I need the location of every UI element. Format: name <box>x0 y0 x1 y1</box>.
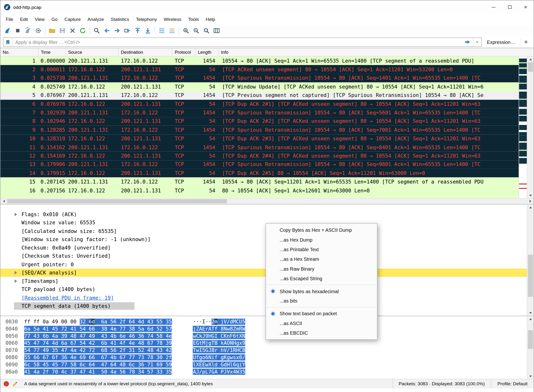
context-menu-item[interactable]: ...as EBCDIC <box>266 328 377 338</box>
close-file-icon[interactable] <box>68 26 77 35</box>
context-menu-item[interactable]: ...as Escaped String <box>266 274 377 283</box>
stop-capture-icon[interactable] <box>13 26 22 35</box>
hex-scroll-down-icon[interactable] <box>527 374 534 379</box>
detail-line[interactable]: Flags: 0x010 (ACK) <box>0 210 534 219</box>
menu-item-go[interactable]: Go <box>48 14 61 25</box>
packet-row[interactable]: 90.128285200.121.1.131172.16.0.122TCP145… <box>0 126 519 134</box>
apply-filter-arrow-icon[interactable] <box>462 38 473 46</box>
context-menu-item[interactable]: ...as ASCII <box>266 319 377 328</box>
hex-row[interactable]: 00906c 58 45 45 77 58 6c 64 47 64 48 6c … <box>0 361 534 368</box>
packet-list-hscrollbar[interactable] <box>0 198 534 204</box>
context-menu-item[interactable]: ...as a Hex Stream <box>266 254 377 264</box>
context-menu-item[interactable]: Show bytes as hexadecimal <box>266 286 377 296</box>
profile-label[interactable]: Profile: Default <box>491 379 534 388</box>
packet-row[interactable]: 160.207156172.16.0.122200.121.1.131TCP54… <box>0 186 519 195</box>
scroll-up-arrow-icon[interactable] <box>527 57 534 62</box>
menu-item-help[interactable]: Help <box>202 14 219 25</box>
capture-comment-pencil-icon[interactable] <box>12 381 18 387</box>
vscroll-thumb[interactable] <box>528 62 533 72</box>
column-header-no[interactable]: No. <box>0 48 38 56</box>
menu-item-wireless[interactable]: Wireless <box>160 14 185 25</box>
menu-item-tools[interactable]: Tools <box>185 14 202 25</box>
packet-row[interactable]: 80.102946172.16.0.122200.121.1.131TCP54[… <box>0 117 519 126</box>
go-back-icon[interactable] <box>102 26 111 35</box>
column-header-time[interactable]: Time <box>38 48 66 56</box>
open-file-icon[interactable] <box>48 26 57 35</box>
packet-row[interactable]: 120.154169172.16.0.122200.121.1.131TCP54… <box>0 152 519 160</box>
context-menu-item[interactable]: ...as Hex Dump <box>266 235 377 245</box>
packet-row-partial[interactable] <box>0 195 519 198</box>
context-menu-item[interactable]: ...as Raw Binary <box>266 264 377 274</box>
hscroll-thumb[interactable] <box>7 199 227 203</box>
context-menu-item[interactable]: ...as Printable Text <box>266 245 377 254</box>
packet-list-scrollbar[interactable] <box>527 57 534 198</box>
add-filter-button[interactable]: + <box>521 38 531 46</box>
hex-row[interactable]: 007054 77 49 35 47 4a 42 72 68 56 2f 31 … <box>0 347 534 354</box>
menu-item-telephony[interactable]: Telephony <box>132 14 160 25</box>
capture-options-icon[interactable] <box>34 26 42 35</box>
scroll-right-arrow-icon[interactable] <box>527 199 534 204</box>
reload-icon[interactable] <box>78 26 87 35</box>
expert-info-icon[interactable] <box>4 381 9 386</box>
column-header-destination[interactable]: Destination <box>119 48 172 56</box>
go-last-icon[interactable] <box>143 26 152 35</box>
packet-row[interactable]: 40.025749172.16.0.122200.121.1.131TCP54[… <box>0 83 519 91</box>
zoom-in-icon[interactable] <box>181 26 190 35</box>
menu-item-view[interactable]: View <box>31 14 48 25</box>
packet-row[interactable]: 130.179906200.121.1.131172.16.0.122TCP14… <box>0 160 519 169</box>
display-filter-input[interactable]: Apply a display filter ... <Ctrl-/> <box>3 37 481 47</box>
packet-row[interactable]: 50.076967200.121.1.131172.16.0.122TCP145… <box>0 91 519 100</box>
hex-scroll-up-icon[interactable] <box>527 316 534 322</box>
menu-item-capture[interactable]: Capture <box>61 14 84 25</box>
menu-item-analyze[interactable]: Analyze <box>84 14 108 25</box>
go-first-icon[interactable] <box>133 26 142 35</box>
context-menu-item[interactable]: Show text based on packet <box>266 309 377 318</box>
packet-row[interactable]: 70.102939200.121.1.131172.16.0.122TCP145… <box>0 108 519 117</box>
context-menu-item[interactable]: Copy Bytes as Hex + ASCII Dump <box>266 225 377 235</box>
column-header-protocol[interactable]: Protocol <box>172 48 195 56</box>
start-capture-icon[interactable] <box>3 26 12 35</box>
zoom-original-icon[interactable]: 1:1 <box>202 26 211 35</box>
details-scroll-thumb[interactable] <box>528 255 533 297</box>
column-header-info[interactable]: Info <box>219 48 534 56</box>
packet-row[interactable]: 110.154162200.121.1.131172.16.0.122TCP14… <box>0 143 519 152</box>
details-scroll-down-icon[interactable] <box>527 310 534 316</box>
find-packet-icon[interactable] <box>92 26 101 35</box>
auto-scroll-icon[interactable] <box>157 26 166 35</box>
column-header-length[interactable]: Length <box>196 48 219 56</box>
packet-row[interactable]: 150.207145200.121.1.131172.16.0.122TCP14… <box>0 178 519 186</box>
bookmark-icon[interactable] <box>3 38 12 46</box>
go-to-packet-icon[interactable] <box>123 26 132 35</box>
hex-row[interactable]: 00a041 4a 2f 70 4c 37 47 41 50 4a 56 78 … <box>0 368 534 376</box>
close-button[interactable]: × <box>518 0 534 14</box>
packet-row[interactable]: 60.076978172.16.0.122200.121.1.131TCP54[… <box>0 100 519 108</box>
save-file-icon[interactable] <box>58 26 67 35</box>
expression-button[interactable]: Expression… <box>484 39 518 45</box>
packet-row[interactable]: 140.179915172.16.0.122200.121.1.131TCP54… <box>0 169 519 178</box>
restart-capture-icon[interactable] <box>24 26 32 35</box>
hex-scrollbar[interactable] <box>527 316 534 379</box>
resize-columns-icon[interactable] <box>212 26 221 35</box>
minimize-button[interactable] <box>486 0 502 14</box>
hscroll-track[interactable] <box>7 199 527 204</box>
zoom-out-icon[interactable] <box>192 26 201 35</box>
packet-row[interactable]: 10.000000200.121.1.131172.16.0.122TCP145… <box>0 57 519 65</box>
context-menu-item[interactable]: ...as bits <box>266 296 377 306</box>
hex-scroll-thumb[interactable] <box>528 330 533 349</box>
colorize-icon[interactable] <box>168 26 176 35</box>
filter-dropdown-caret-icon[interactable] <box>473 38 481 46</box>
menu-item-edit[interactable]: Edit <box>17 14 31 25</box>
expand-arrow-icon[interactable] <box>15 271 17 274</box>
packet-row[interactable]: 100.128319172.16.0.122200.121.1.131TCP54… <box>0 134 519 143</box>
scroll-left-arrow-icon[interactable] <box>0 199 7 204</box>
details-scrollbar[interactable] <box>527 205 534 316</box>
packet-minimap[interactable] <box>519 57 527 198</box>
expand-arrow-icon[interactable] <box>15 213 17 216</box>
go-forward-icon[interactable] <box>113 26 122 35</box>
hex-row[interactable]: 008055 66 67 6f 36 4e 69 66 67 4b 67 77 … <box>0 354 534 361</box>
maximize-button[interactable] <box>502 0 518 14</box>
expand-arrow-icon[interactable] <box>15 279 17 283</box>
menu-item-statistics[interactable]: Statistics <box>107 14 132 25</box>
packet-row[interactable]: 20.000011172.16.0.122200.121.1.131TCP54[… <box>0 65 519 74</box>
details-scroll-up-icon[interactable] <box>527 205 534 210</box>
